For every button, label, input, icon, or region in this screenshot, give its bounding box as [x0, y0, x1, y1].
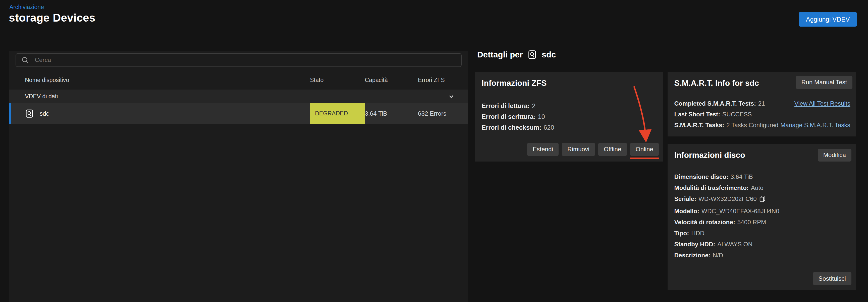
disk-size-value: 3.64 TiB [731, 173, 753, 180]
smart-card-title: S.M.A.R.T. Info for sdc [674, 78, 759, 88]
disk-card-title: Informazioni disco [674, 150, 745, 160]
details-heading-text: Dettagli per [477, 50, 523, 60]
last-short-test-label: Last Short Test: [674, 111, 720, 118]
zfs-write-errors-label: Errori di scrittura: [482, 113, 536, 120]
column-header-status: Stato [310, 73, 365, 87]
zfs-write-errors-value: 10 [538, 113, 545, 120]
standby-label: Standby HDD: [674, 241, 715, 247]
zfs-checksum-errors-value: 620 [544, 124, 554, 131]
disk-icon [25, 109, 34, 118]
table-header-row: Nome dispositivo Stato Capacità Errori Z… [9, 73, 468, 87]
search-input[interactable] [34, 56, 456, 64]
zfs-errors-cell: 632 Errors [418, 110, 468, 117]
breadcrumb[interactable]: Archiviazione [9, 4, 44, 10]
transfer-mode-label: Modalità di trasferimento: [674, 184, 749, 191]
zfs-checksum-errors-label: Errori di checksum: [482, 124, 541, 131]
rotation-rate-label: Velocità di rotazione: [674, 219, 735, 226]
zfs-info-card: Informazioni ZFS Errori di lettura:2 Err… [475, 72, 663, 162]
storage-devices-page: Archiviazione storage Devices Aggiungi V… [0, 0, 868, 302]
description-value: N/D [713, 252, 723, 259]
add-vdev-button[interactable]: Aggiungi VDEV [799, 12, 857, 26]
replace-button[interactable]: Sostituisci [813, 272, 851, 285]
offline-button[interactable]: Offline [598, 143, 627, 156]
search-box[interactable] [16, 53, 462, 67]
smart-tests-label: Completed S.M.A.R.T. Tests: [674, 100, 756, 107]
serial-label: Seriale: [674, 195, 696, 202]
vdev-group-row[interactable]: VDEV di dati [9, 90, 468, 103]
zfs-card-title: Informazioni ZFS [482, 78, 547, 88]
model-label: Modello: [674, 208, 700, 214]
smart-tasks-value: 2 Tasks Configured [726, 122, 778, 128]
remove-button[interactable]: Rimuovi [562, 143, 595, 156]
device-table-panel: Nome dispositivo Stato Capacità Errori Z… [9, 51, 468, 302]
details-heading: Dettagli per sdc [477, 50, 556, 60]
copy-icon[interactable] [760, 195, 766, 206]
capacity-cell: 3.64 TiB [365, 110, 418, 117]
smart-info-card: S.M.A.R.T. Info for sdc Run Manual Test … [668, 72, 856, 137]
disk-info-card: Informazioni disco Modifica Dimensione d… [668, 144, 856, 290]
run-manual-test-button[interactable]: Run Manual Test [796, 76, 852, 89]
status-badge: DEGRADED [310, 103, 365, 124]
type-value: HDD [691, 230, 705, 237]
column-header-capacity: Capacità [365, 77, 418, 83]
column-header-name: Nome dispositivo [9, 77, 310, 83]
column-header-zfs-errors: Errori ZFS [418, 77, 468, 83]
chevron-down-icon[interactable] [447, 92, 456, 101]
model-value: WDC_WD40EFAX-68JH4N0 [702, 208, 779, 214]
last-short-test-value: SUCCESS [722, 111, 752, 118]
vdev-group-label: VDEV di dati [9, 93, 446, 100]
zfs-read-errors-value: 2 [532, 102, 535, 109]
view-all-test-results-link[interactable]: View All Test Results [795, 98, 850, 109]
rotation-rate-value: 5400 RPM [737, 219, 766, 226]
disk-size-label: Dimensione disco: [674, 173, 728, 180]
annotation-underline [630, 158, 659, 159]
zfs-read-errors-label: Errori di lettura: [482, 102, 530, 109]
description-label: Descrizione: [674, 252, 711, 259]
smart-tests-value: 21 [758, 100, 765, 107]
details-device-name: sdc [542, 50, 556, 60]
serial-value: WD-WX32D202FC60 [699, 195, 757, 202]
disk-icon [527, 50, 537, 60]
extend-button[interactable]: Estendi [527, 143, 559, 156]
online-button[interactable]: Online [630, 143, 659, 156]
edit-button[interactable]: Modifica [818, 149, 851, 162]
table-row[interactable]: sdc DEGRADED 3.64 TiB 632 Errors [9, 103, 468, 124]
transfer-mode-value: Auto [751, 184, 764, 191]
device-name: sdc [40, 110, 49, 117]
manage-smart-tasks-link[interactable]: Manage S.M.A.R.T. Tasks [780, 120, 850, 131]
standby-value: ALWAYS ON [717, 241, 752, 247]
smart-tasks-label: S.M.A.R.T. Tasks: [674, 122, 724, 128]
page-title: storage Devices [9, 11, 95, 24]
search-icon [21, 56, 29, 64]
type-label: Tipo: [674, 230, 689, 237]
